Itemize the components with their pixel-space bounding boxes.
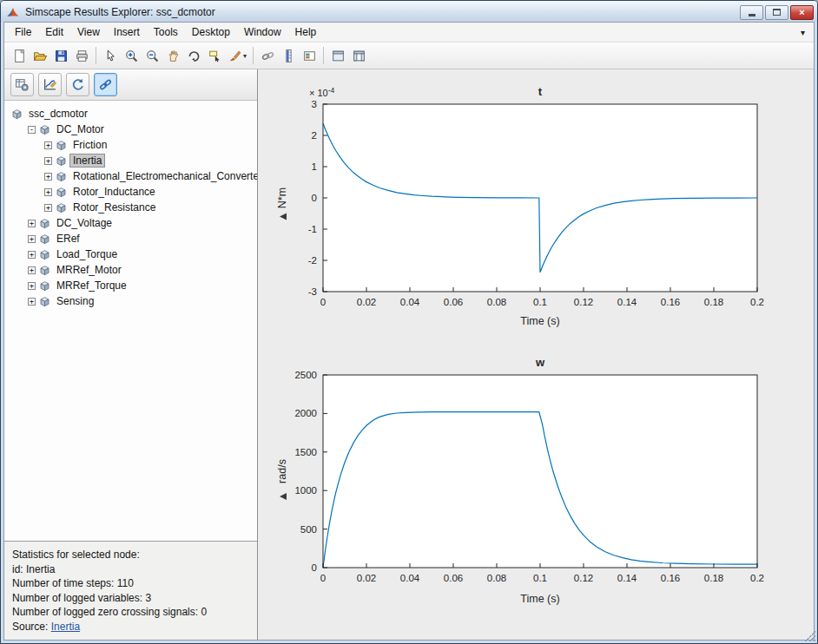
expand-icon[interactable]: +	[28, 220, 36, 227]
pan-button[interactable]	[162, 45, 183, 66]
edit-plot-button[interactable]	[100, 45, 121, 66]
unit-dropdown-icon[interactable]	[280, 493, 287, 500]
expand-icon[interactable]: +	[44, 188, 52, 196]
block-icon	[39, 249, 50, 260]
y-tick-label: 2000	[294, 408, 317, 418]
brush-data-button[interactable]: ▾	[225, 45, 249, 66]
menu-file[interactable]: File	[8, 23, 38, 41]
x-tick-label: 0.02	[357, 297, 376, 307]
reload-data-button[interactable]	[66, 73, 89, 96]
block-icon	[39, 218, 50, 229]
y-tick-label: 3	[312, 99, 317, 109]
brush-dropdown-icon[interactable]: ▾	[243, 52, 247, 60]
print-figure-button[interactable]	[71, 45, 92, 66]
rotate-3d-button[interactable]	[183, 45, 204, 66]
x-tick-label: 0.08	[487, 573, 506, 583]
hide-plot-tools-button[interactable]	[327, 45, 348, 66]
collapse-icon[interactable]: -	[28, 126, 36, 134]
link-plot-icon	[261, 49, 275, 63]
expand-icon[interactable]: +	[44, 204, 52, 212]
expand-icon[interactable]: +	[28, 266, 36, 274]
torque-plot[interactable]: 00.020.040.060.080.10.120.140.160.180.2-…	[262, 78, 809, 332]
tree-node-mrref_torque[interactable]: +MRRef_Torque	[6, 278, 255, 293]
expand-icon[interactable]: +	[44, 141, 52, 149]
tree-node-friction[interactable]: +Friction	[6, 137, 255, 153]
show-plot-tools-button[interactable]	[348, 45, 369, 66]
open-file-button[interactable]	[30, 45, 50, 66]
data-cursor-button[interactable]	[204, 45, 225, 66]
tree: ssc_dcmotor-DC_Motor+Friction+Inertia+Ro…	[4, 101, 257, 541]
menu-insert[interactable]: Insert	[107, 23, 147, 41]
block-icon	[39, 124, 50, 135]
menu-desktop[interactable]: Desktop	[185, 23, 237, 41]
unit-dropdown-icon[interactable]	[280, 213, 287, 220]
insert-legend-button[interactable]	[299, 45, 320, 66]
menubar-chevron-icon[interactable]: ▾	[795, 28, 810, 37]
new-figure-button[interactable]	[9, 45, 30, 66]
expand-icon[interactable]: +	[44, 173, 52, 181]
y-tick-label: 1000	[294, 485, 317, 496]
zoom-out-button[interactable]	[142, 45, 162, 66]
expand-icon[interactable]: +	[28, 235, 36, 243]
insert-colorbar-icon	[281, 49, 296, 63]
menu-window[interactable]: Window	[237, 23, 288, 41]
tree-node-dc_motor[interactable]: -DC_Motor	[6, 122, 255, 137]
speed-plot[interactable]: 00.020.040.060.080.10.120.140.160.180.20…	[262, 351, 809, 609]
statistics-line: id: Inertia	[12, 562, 249, 577]
content: ssc_dcmotor-DC_Motor+Friction+Inertia+Ro…	[4, 69, 814, 640]
block-icon	[39, 296, 50, 307]
zoom-in-icon	[124, 49, 139, 63]
menu-help[interactable]: Help	[288, 23, 324, 41]
tree-node-sensing[interactable]: +Sensing	[6, 293, 255, 309]
close-button[interactable]: ×	[790, 5, 814, 20]
block-icon	[56, 171, 67, 182]
menu-bar: FileEditViewInsertToolsDesktopWindowHelp…	[4, 23, 814, 43]
block-icon-wrap	[11, 108, 26, 120]
resize-grip[interactable]	[805, 631, 815, 641]
block-icon-wrap	[39, 265, 54, 276]
block-icon	[56, 155, 67, 167]
plots-panel: 00.020.040.060.080.10.120.140.160.180.2-…	[258, 69, 814, 640]
tree-node-load_torque[interactable]: +Load_Torque	[6, 246, 255, 262]
toolbar-separator	[323, 47, 324, 64]
zoom-in-button[interactable]	[121, 45, 142, 66]
statistics-settings-button[interactable]	[10, 73, 34, 96]
expand-icon[interactable]: +	[28, 282, 36, 290]
x-tick-label: 0.06	[444, 573, 463, 583]
block-icon	[39, 233, 50, 245]
link-plot-button[interactable]	[257, 45, 278, 66]
tree-node-rotor_resistance[interactable]: +Rotor_Resistance	[6, 200, 255, 215]
x-tick-label: 0	[320, 297, 326, 307]
tree-node-rotational_electromechanical_converter[interactable]: +Rotational_Electromechanical_Converter	[6, 168, 255, 184]
expand-icon[interactable]: +	[28, 298, 36, 306]
y-tick-label: 500	[300, 524, 317, 535]
block-icon-wrap	[39, 249, 54, 260]
tree-node-eref[interactable]: +ERef	[6, 231, 255, 246]
tree-node-dc_voltage[interactable]: +DC_Voltage	[6, 215, 255, 231]
plot-in-new-figure-button[interactable]	[38, 73, 62, 96]
x-tick-label: 0.08	[487, 297, 506, 307]
tree-node-rotor_inductance[interactable]: +Rotor_Inductance	[6, 184, 255, 200]
maximize-icon	[773, 9, 781, 16]
insert-colorbar-button[interactable]	[278, 45, 299, 66]
menu-edit[interactable]: Edit	[38, 23, 70, 41]
minimize-button[interactable]	[740, 5, 763, 20]
x-tick-label: 0.04	[400, 573, 420, 583]
title-bar: Simscape Results Explorer: ssc_dcmotor ×	[1, 1, 817, 22]
source-link[interactable]: Inertia	[51, 621, 80, 633]
save-figure-button[interactable]	[50, 45, 71, 66]
tree-node-mrref_motor[interactable]: +MRRef_Motor	[6, 262, 255, 278]
tree-node-label: ERef	[54, 233, 82, 245]
tree-node-label: Rotor_Inductance	[70, 186, 158, 198]
main-toolbar: ▾	[4, 43, 814, 69]
tree-node-ssc_dcmotor[interactable]: ssc_dcmotor	[6, 106, 255, 122]
y-tick-label: 0	[312, 193, 317, 203]
maximize-button[interactable]	[765, 5, 788, 20]
tree-node-inertia[interactable]: +Inertia	[6, 153, 255, 168]
link-plots-button[interactable]	[94, 73, 117, 96]
statistics-panel: Statistics for selected node:id: Inertia…	[4, 541, 257, 640]
expand-icon[interactable]: +	[44, 157, 52, 165]
menu-view[interactable]: View	[70, 23, 107, 41]
menu-tools[interactable]: Tools	[147, 23, 185, 41]
expand-icon[interactable]: +	[28, 251, 36, 259]
